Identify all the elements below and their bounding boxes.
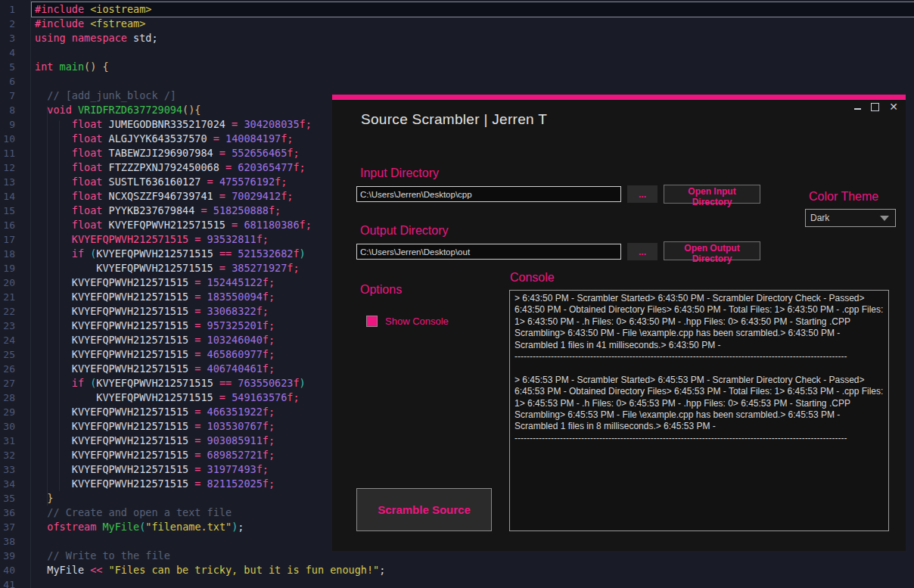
line-number: 20 bbox=[0, 275, 15, 290]
browse-output-button[interactable]: ... bbox=[627, 243, 658, 260]
source-scrambler-window: Source Scrambler | Jerren T ✕ Input Dire… bbox=[332, 95, 906, 551]
line-number: 9 bbox=[0, 117, 15, 132]
line-number: 25 bbox=[0, 347, 15, 362]
code-text: #include <fstream> bbox=[32, 17, 914, 31]
output-directory-label: Output Directory bbox=[360, 224, 448, 238]
line-number: 31 bbox=[0, 434, 15, 448]
line-number: 4 bbox=[0, 45, 15, 60]
chevron-down-icon bbox=[880, 216, 889, 221]
window-controls: ✕ bbox=[854, 101, 898, 112]
code-text: using namespace std; bbox=[32, 31, 914, 45]
line-number: 39 bbox=[0, 549, 15, 563]
code-line: 3using namespace std; bbox=[0, 31, 914, 45]
line-number: 27 bbox=[0, 376, 15, 390]
input-directory-label: Input Directory bbox=[360, 166, 439, 180]
line-number: 1 bbox=[0, 2, 15, 17]
maximize-button[interactable] bbox=[871, 103, 879, 111]
line-number: 14 bbox=[0, 189, 15, 204]
code-text: #include <iostream> bbox=[32, 2, 914, 17]
line-number: 6 bbox=[0, 74, 15, 89]
line-number: 12 bbox=[0, 160, 15, 175]
console-output[interactable]: > 6:43:50 PM - Scrambler Started> 6:43:5… bbox=[509, 290, 889, 531]
line-number: 41 bbox=[0, 577, 15, 588]
line-number: 7 bbox=[0, 89, 15, 103]
line-number: 16 bbox=[0, 218, 15, 232]
line-number: 35 bbox=[0, 491, 15, 506]
line-number: 34 bbox=[0, 477, 15, 491]
code-line: 6 bbox=[0, 74, 914, 89]
color-theme-dropdown[interactable]: Dark bbox=[805, 209, 896, 227]
show-console-option[interactable]: Show Console bbox=[366, 316, 449, 327]
show-console-checkbox[interactable] bbox=[366, 316, 378, 327]
line-number: 15 bbox=[0, 204, 15, 218]
line-number: 3 bbox=[0, 31, 15, 45]
line-number: 40 bbox=[0, 563, 15, 577]
line-number: 17 bbox=[0, 232, 15, 247]
line-number: 37 bbox=[0, 520, 15, 534]
line-number: 32 bbox=[0, 448, 15, 462]
line-number: 29 bbox=[0, 405, 15, 419]
scramble-source-button[interactable]: Scramble Source bbox=[356, 488, 492, 531]
output-directory-field[interactable] bbox=[356, 244, 621, 260]
code-line: 2#include <fstream> bbox=[0, 17, 914, 31]
open-output-directory-button[interactable]: Open Output Directory bbox=[664, 241, 760, 260]
line-number: 23 bbox=[0, 319, 15, 333]
browse-input-button[interactable]: ... bbox=[627, 185, 658, 203]
line-number: 2 bbox=[0, 17, 15, 31]
line-number: 21 bbox=[0, 290, 15, 304]
line-number: 22 bbox=[0, 304, 15, 319]
minimize-button[interactable] bbox=[854, 104, 861, 110]
line-number: 10 bbox=[0, 132, 15, 146]
line-number: 28 bbox=[0, 390, 15, 405]
line-number: 18 bbox=[0, 247, 15, 261]
show-console-label: Show Console bbox=[385, 316, 449, 327]
line-number: 33 bbox=[0, 462, 15, 477]
window-title: Source Scrambler | Jerren T bbox=[361, 111, 547, 128]
input-directory-field[interactable] bbox=[356, 186, 621, 202]
color-theme-label: Color Theme bbox=[809, 190, 878, 204]
line-number: 8 bbox=[0, 103, 15, 117]
line-number: 38 bbox=[0, 534, 15, 549]
code-text: MyFile << "Files can be tricky, but it i… bbox=[32, 563, 914, 577]
code-line: 5int main() { bbox=[0, 60, 914, 74]
options-label: Options bbox=[360, 283, 402, 297]
line-number: 30 bbox=[0, 419, 15, 434]
code-line: 41 bbox=[0, 577, 914, 588]
line-number: 26 bbox=[0, 362, 15, 376]
code-line: 4 bbox=[0, 45, 914, 60]
line-number: 11 bbox=[0, 146, 15, 160]
code-line: 1#include <iostream> bbox=[0, 2, 914, 17]
minimize-icon bbox=[854, 108, 861, 110]
code-line: 40 MyFile << "Files can be tricky, but i… bbox=[0, 563, 914, 577]
code-text: int main() { bbox=[32, 60, 914, 74]
line-number: 24 bbox=[0, 333, 15, 347]
color-theme-selected: Dark bbox=[810, 213, 829, 223]
open-input-directory-button[interactable]: Open Input Directory bbox=[664, 185, 760, 204]
maximize-icon bbox=[871, 103, 879, 111]
window-accent-bar bbox=[332, 95, 906, 100]
line-number: 13 bbox=[0, 175, 15, 189]
screen: 1#include <iostream>2#include <fstream>3… bbox=[0, 0, 914, 588]
console-label: Console bbox=[510, 271, 555, 285]
line-number: 5 bbox=[0, 60, 15, 74]
line-number: 19 bbox=[0, 261, 15, 275]
line-number: 36 bbox=[0, 506, 15, 520]
close-button[interactable]: ✕ bbox=[889, 102, 898, 111]
